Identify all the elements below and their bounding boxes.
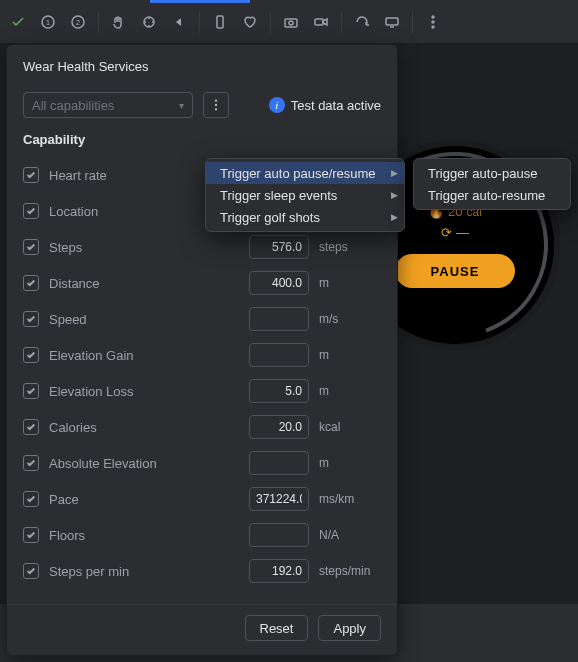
- capability-checkbox[interactable]: [23, 491, 39, 507]
- two-circle-icon[interactable]: 2: [66, 10, 90, 34]
- capability-row: Stepssteps: [7, 229, 397, 265]
- capability-row: Steps per minsteps/min: [7, 553, 397, 589]
- capability-label: Distance: [49, 276, 239, 291]
- capabilities-select[interactable]: All capabilities ▾: [23, 92, 193, 118]
- capability-label: Elevation Loss: [49, 384, 239, 399]
- submenu-auto-resume[interactable]: Trigger auto-resume: [414, 184, 570, 206]
- svg-point-14: [215, 104, 217, 106]
- capability-label: Steps per min: [49, 564, 239, 579]
- capability-label: Steps: [49, 240, 239, 255]
- one-circle-icon[interactable]: 1: [36, 10, 60, 34]
- info-icon: i: [269, 97, 285, 113]
- chevron-right-icon: ▶: [391, 212, 398, 222]
- capability-value-input[interactable]: [249, 523, 309, 547]
- tilt-icon[interactable]: [137, 10, 161, 34]
- chevron-right-icon: ▶: [391, 168, 398, 178]
- capability-checkbox[interactable]: [23, 167, 39, 183]
- capability-checkbox[interactable]: [23, 527, 39, 543]
- capability-value-input[interactable]: [249, 487, 309, 511]
- reset-button[interactable]: Reset: [245, 615, 309, 641]
- apply-button[interactable]: Apply: [318, 615, 381, 641]
- capability-label: Calories: [49, 420, 239, 435]
- capability-row: Elevation Lossm: [7, 373, 397, 409]
- capability-unit: m: [319, 384, 381, 398]
- capability-row: Pacems/km: [7, 481, 397, 517]
- capability-row: Speedm/s: [7, 301, 397, 337]
- capability-unit: m: [319, 456, 381, 470]
- capability-checkbox[interactable]: [23, 311, 39, 327]
- capability-value-input[interactable]: [249, 343, 309, 367]
- heart-icon[interactable]: [238, 10, 262, 34]
- capability-unit: N/A: [319, 528, 381, 542]
- capability-unit: steps/min: [319, 564, 381, 578]
- column-header: Capability: [7, 126, 397, 157]
- menu-golf-shots[interactable]: Trigger golf shots▶: [206, 206, 404, 228]
- more-vert-icon[interactable]: [421, 10, 445, 34]
- svg-text:1: 1: [46, 18, 51, 27]
- capability-unit: m: [319, 348, 381, 362]
- svg-rect-9: [386, 18, 398, 25]
- rotate-icon[interactable]: [350, 10, 374, 34]
- overflow-menu-button[interactable]: [203, 92, 229, 118]
- trigger-submenu: Trigger auto-pause Trigger auto-resume: [413, 158, 571, 210]
- capability-label: Elevation Gain: [49, 348, 239, 363]
- svg-rect-6: [285, 19, 297, 27]
- capability-unit: m/s: [319, 312, 381, 326]
- chevron-right-icon: ▶: [391, 190, 398, 200]
- capability-unit: kcal: [319, 420, 381, 434]
- svg-point-10: [432, 16, 434, 18]
- capability-checkbox[interactable]: [23, 383, 39, 399]
- capability-value-input[interactable]: [249, 415, 309, 439]
- capability-checkbox[interactable]: [23, 455, 39, 471]
- capability-row: Absolute Elevationm: [7, 445, 397, 481]
- capability-value-input[interactable]: [249, 235, 309, 259]
- svg-point-12: [432, 26, 434, 28]
- capability-row: FloorsN/A: [7, 517, 397, 553]
- capability-label: Pace: [49, 492, 239, 507]
- submenu-auto-pause[interactable]: Trigger auto-pause: [414, 162, 570, 184]
- test-data-status: i Test data active: [269, 97, 381, 113]
- capability-value-input[interactable]: [249, 451, 309, 475]
- menu-sleep-events[interactable]: Trigger sleep events▶: [206, 184, 404, 206]
- capabilities-select-label: All capabilities: [32, 98, 114, 113]
- toolbar: 1 2: [0, 0, 578, 44]
- svg-point-11: [432, 21, 434, 23]
- capability-checkbox[interactable]: [23, 419, 39, 435]
- capability-unit: steps: [319, 240, 381, 254]
- capability-checkbox[interactable]: [23, 239, 39, 255]
- active-tab-indicator: [150, 0, 250, 3]
- svg-rect-8: [315, 19, 323, 25]
- menu-auto-pause-resume[interactable]: Trigger auto pause/resume▶: [206, 162, 404, 184]
- video-icon[interactable]: [309, 10, 333, 34]
- camera-icon[interactable]: [279, 10, 303, 34]
- capability-checkbox[interactable]: [23, 203, 39, 219]
- capability-label: Speed: [49, 312, 239, 327]
- device-icon[interactable]: [208, 10, 232, 34]
- capability-row: Elevation Gainm: [7, 337, 397, 373]
- capability-value-input[interactable]: [249, 559, 309, 583]
- capability-label: Floors: [49, 528, 239, 543]
- capability-row: Distancem: [7, 265, 397, 301]
- back-triangle-icon[interactable]: [167, 10, 191, 34]
- check-icon[interactable]: [6, 10, 30, 34]
- svg-point-15: [215, 108, 217, 110]
- svg-rect-5: [217, 16, 223, 28]
- capability-unit: m: [319, 276, 381, 290]
- palm-icon[interactable]: [107, 10, 131, 34]
- chevron-down-icon: ▾: [179, 100, 184, 111]
- panel-title: Wear Health Services: [7, 45, 397, 82]
- svg-point-13: [215, 99, 217, 101]
- capability-unit: ms/km: [319, 492, 381, 506]
- capability-value-input[interactable]: [249, 271, 309, 295]
- health-services-panel: Wear Health Services All capabilities ▾ …: [6, 44, 398, 656]
- svg-point-7: [289, 21, 293, 25]
- capability-label: Absolute Elevation: [49, 456, 239, 471]
- capability-value-input[interactable]: [249, 379, 309, 403]
- capability-value-input[interactable]: [249, 307, 309, 331]
- display-icon[interactable]: [380, 10, 404, 34]
- svg-text:2: 2: [76, 18, 81, 27]
- trigger-menu: Trigger auto pause/resume▶ Trigger sleep…: [205, 158, 405, 232]
- capability-checkbox[interactable]: [23, 347, 39, 363]
- capability-checkbox[interactable]: [23, 275, 39, 291]
- capability-checkbox[interactable]: [23, 563, 39, 579]
